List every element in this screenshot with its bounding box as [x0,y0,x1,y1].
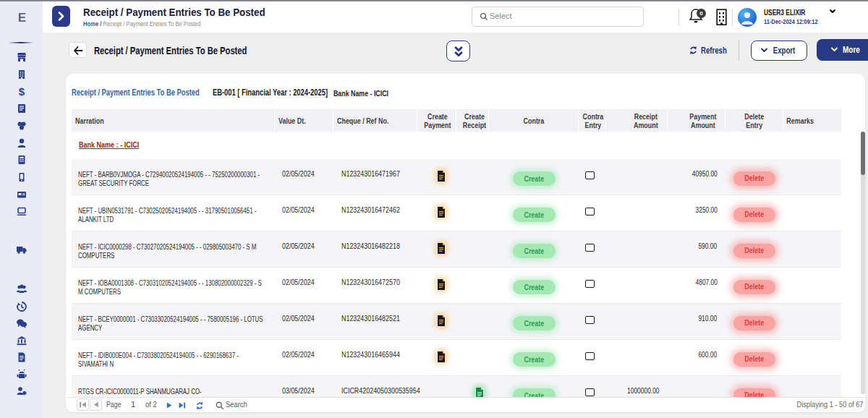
svg-text:$: $ [19,85,25,97]
